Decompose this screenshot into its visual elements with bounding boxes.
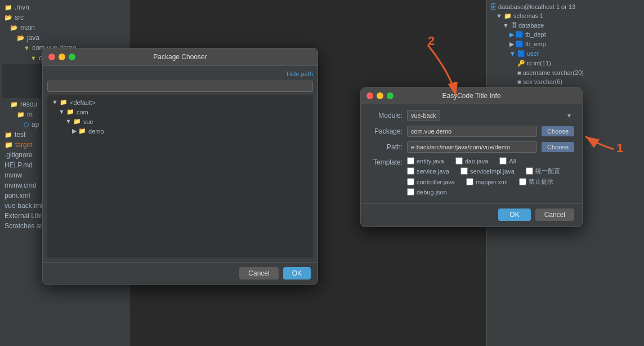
easycode-maximize-button[interactable]	[387, 92, 393, 99]
checkboxes-container: entity.java dao.java All service.java se…	[407, 157, 560, 198]
package-chooser-dialog: Package Chooser Hide path ▼ 📁 <default> …	[42, 48, 318, 285]
easycode-minimize-button[interactable]	[377, 92, 383, 99]
choose-path-button[interactable]: Choose	[542, 142, 574, 152]
template-row: Template: entity.java dao.java All se	[369, 157, 574, 198]
checkbox-entity[interactable]: entity.java	[407, 157, 444, 165]
checkbox-nohint[interactable]: 禁止提示	[519, 178, 553, 186]
checkbox-all[interactable]: All	[499, 157, 516, 165]
path-input-ec[interactable]	[407, 141, 537, 153]
checkbox-serviceimpl[interactable]: serviceImpl.java	[460, 167, 515, 175]
package-chooser-footer: Cancel OK	[43, 262, 317, 284]
module-row: Module: vue-back	[369, 110, 574, 121]
db-item-tb-emp[interactable]: ▶ 🟦 tb_emp	[487, 39, 644, 49]
close-button[interactable]	[48, 54, 55, 60]
tree-item-java[interactable]: 📂 java	[0, 33, 129, 43]
checkbox-row-4: debug.json	[407, 188, 560, 196]
package-input[interactable]	[407, 126, 537, 137]
easycode-close-button[interactable]	[366, 92, 373, 99]
easycode-dialog: EasyCode Title Info Module: vue-back Pac…	[360, 87, 583, 227]
pkg-item-demo[interactable]: ▶ 📁 demo	[50, 126, 311, 136]
maximize-button[interactable]	[69, 54, 75, 60]
choose-package-button[interactable]: Choose	[542, 126, 574, 136]
easycode-cancel-button[interactable]: Cancel	[535, 209, 574, 221]
db-item-schemas[interactable]: ▼ 📁 schemas 1	[487, 11, 644, 21]
path-row: Path: Choose	[369, 141, 574, 153]
db-item-username[interactable]: ■ username varchar(20)	[487, 68, 644, 77]
package-label: Package:	[369, 127, 402, 135]
package-row: Package: Choose	[369, 126, 574, 137]
checkbox-controller[interactable]: controller.java	[407, 178, 455, 185]
db-item-user[interactable]: ▼ 🟦 user	[487, 49, 644, 59]
tree-item-main[interactable]: 📂 main	[0, 23, 129, 33]
checkbox-row-3: controller.java mapper.xml 禁止提示	[407, 178, 560, 186]
db-item-id[interactable]: 🔑 id int(11)	[487, 59, 644, 68]
package-chooser-cancel[interactable]: Cancel	[239, 267, 278, 280]
package-chooser-ok[interactable]: OK	[283, 267, 311, 280]
tree-item-mvn[interactable]: 📁 .mvn	[0, 2, 129, 12]
checkbox-unified[interactable]: 统一配置	[526, 167, 560, 175]
easycode-body: Module: vue-back Package: Choose Path: C…	[361, 104, 582, 203]
package-chooser-title: Package Chooser	[153, 53, 207, 61]
easycode-titlebar: EasyCode Title Info	[361, 88, 582, 104]
pkg-item-default[interactable]: ▼ 📁 <default>	[50, 97, 311, 107]
hide-path-bar: Hide path	[47, 70, 313, 77]
easycode-ok-button[interactable]: OK	[498, 209, 530, 221]
db-item-root[interactable]: 🗄 database@localhost 1 or 13	[487, 2, 644, 11]
package-chooser-titlebar: Package Chooser	[43, 48, 317, 66]
checkbox-row-1: entity.java dao.java All	[407, 157, 560, 165]
easycode-title: EasyCode Title Info	[442, 92, 500, 100]
path-input[interactable]	[47, 81, 313, 92]
hide-path-link[interactable]: Hide path	[287, 70, 313, 77]
db-item-database[interactable]: ▼ 🗄 database	[487, 21, 644, 30]
template-label: Template:	[369, 157, 402, 166]
db-item-tb-dept[interactable]: ▶ 🟦 tb_dept	[487, 30, 644, 39]
easycode-traffic-lights	[366, 92, 393, 99]
package-chooser-body: Hide path ▼ 📁 <default> ▼ 📁 com ▼ 📁 vue …	[43, 66, 317, 262]
module-select[interactable]: vue-back	[407, 110, 440, 121]
checkbox-dao[interactable]: dao.java	[455, 157, 489, 165]
checkbox-service[interactable]: service.java	[407, 167, 449, 175]
pkg-item-vue[interactable]: ▼ 📁 vue	[50, 117, 311, 126]
tree-item-src[interactable]: 📂 src	[0, 12, 129, 23]
package-tree-area: ▼ 📁 <default> ▼ 📁 com ▼ 📁 vue ▶ 📁 demo	[47, 95, 313, 258]
easycode-footer: OK Cancel	[361, 203, 582, 227]
module-label: Module:	[369, 112, 402, 119]
checkbox-debug[interactable]: debug.json	[407, 188, 447, 196]
checkbox-mapper[interactable]: mapper.xml	[466, 178, 508, 185]
traffic-lights	[48, 54, 75, 60]
path-label: Path:	[369, 143, 402, 151]
pkg-item-com[interactable]: ▼ 📁 com	[50, 107, 311, 117]
minimize-button[interactable]	[59, 54, 65, 60]
checkbox-row-2: service.java serviceImpl.java 统一配置	[407, 167, 560, 175]
db-item-sex[interactable]: ■ sex varchar(6)	[487, 77, 644, 86]
module-select-wrapper: vue-back	[407, 110, 574, 121]
